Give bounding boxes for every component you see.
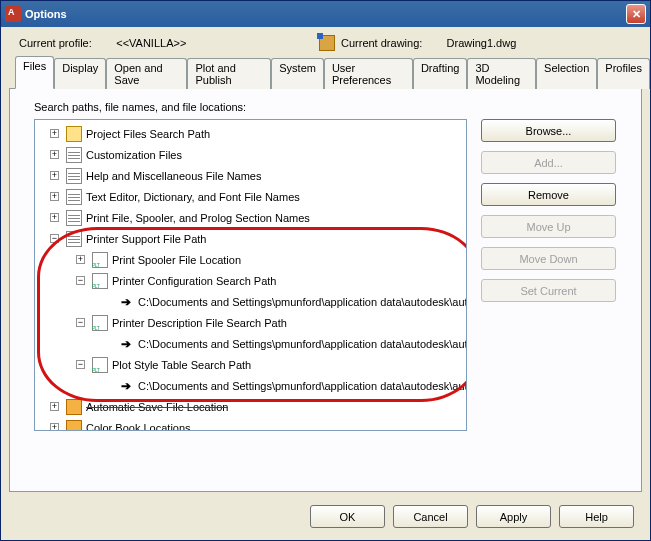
expander-plus-icon[interactable]: + (50, 402, 59, 411)
tree-node[interactable]: + Project Files Search Path (38, 123, 466, 144)
expander-plus-icon[interactable]: + (76, 255, 85, 264)
tree-node[interactable]: + Print File, Spooler, and Prolog Sectio… (38, 207, 466, 228)
tree-node[interactable]: + Color Book Locations (38, 417, 466, 430)
expander-minus-icon[interactable]: − (50, 234, 59, 243)
tab-user-prefs[interactable]: User Preferences (324, 58, 413, 89)
sheet-icon (66, 168, 82, 184)
window-title: Options (25, 8, 67, 20)
side-buttons: Browse... Add... Remove Move Up Move Dow… (481, 119, 616, 431)
tab-display[interactable]: Display (54, 58, 106, 89)
tab-profiles[interactable]: Profiles (597, 58, 650, 89)
tree-node[interactable]: ➔ C:\Documents and Settings\pmunford\app… (38, 291, 466, 312)
expander-minus-icon[interactable]: − (76, 276, 85, 285)
tree-node[interactable]: + Text Editor, Dictionary, and Font File… (38, 186, 466, 207)
tab-drafting[interactable]: Drafting (413, 58, 468, 89)
options-dialog: Options ✕ Current profile: <<VANILLA>> C… (0, 0, 651, 541)
titlebar: Options ✕ (1, 1, 650, 27)
expander-plus-icon[interactable]: + (50, 423, 59, 430)
sheet-icon (66, 231, 82, 247)
tree-node[interactable]: − Printer Configuration Search Path (38, 270, 466, 291)
tree-node[interactable]: + Customization Files (38, 144, 466, 165)
tree-node[interactable]: + Automatic Save File Location (38, 396, 466, 417)
expander-plus-icon[interactable]: + (50, 150, 59, 159)
tree-node[interactable]: ➔ C:\Documents and Settings\pmunford\app… (38, 333, 466, 354)
expander-minus-icon[interactable]: − (76, 360, 85, 369)
cancel-button[interactable]: Cancel (393, 505, 468, 528)
arrow-right-icon: ➔ (118, 378, 134, 394)
remove-button[interactable]: Remove (481, 183, 616, 206)
ok-button[interactable]: OK (310, 505, 385, 528)
profile-label: Current profile: (19, 37, 92, 49)
folder-icon (66, 420, 82, 431)
move-down-button[interactable]: Move Down (481, 247, 616, 270)
move-up-button[interactable]: Move Up (481, 215, 616, 238)
expander-plus-icon[interactable]: + (50, 129, 59, 138)
tab-selection[interactable]: Selection (536, 58, 597, 89)
expander-plus-icon[interactable]: + (50, 192, 59, 201)
header-row: Current profile: <<VANILLA>> Current dra… (1, 27, 650, 55)
plt-icon (92, 273, 108, 289)
help-button[interactable]: Help (559, 505, 634, 528)
drawing-icon (319, 35, 335, 51)
tree-node[interactable]: + Help and Miscellaneous File Names (38, 165, 466, 186)
close-button[interactable]: ✕ (626, 4, 646, 24)
files-panel: Search paths, file names, and file locat… (9, 88, 642, 492)
plt-icon (92, 357, 108, 373)
tab-system[interactable]: System (271, 58, 324, 89)
arrow-right-icon: ➔ (118, 294, 134, 310)
plt-icon (92, 315, 108, 331)
sheet-icon (66, 189, 82, 205)
drawing-value: Drawing1.dwg (447, 37, 517, 49)
tab-open-save[interactable]: Open and Save (106, 58, 187, 89)
tree-node[interactable]: − Plot Style Table Search Path (38, 354, 466, 375)
expander-plus-icon[interactable]: + (50, 171, 59, 180)
add-button[interactable]: Add... (481, 151, 616, 174)
sheet-icon (66, 210, 82, 226)
tab-strip: Files Display Open and Save Plot and Pub… (1, 56, 650, 89)
tree-node[interactable]: + Print Spooler File Location (38, 249, 466, 270)
panel-label: Search paths, file names, and file locat… (34, 101, 631, 113)
tab-files[interactable]: Files (15, 56, 54, 89)
set-current-button[interactable]: Set Current (481, 279, 616, 302)
tree-node[interactable]: ➔ C:\Documents and Settings\pmunford\app… (38, 375, 466, 396)
expander-plus-icon[interactable]: + (50, 213, 59, 222)
tab-plot-publish[interactable]: Plot and Publish (187, 58, 271, 89)
expander-minus-icon[interactable]: − (76, 318, 85, 327)
tab-3d-modeling[interactable]: 3D Modeling (467, 58, 536, 89)
drawing-label: Current drawing: (341, 37, 422, 49)
plt-icon (92, 252, 108, 268)
arrow-right-icon: ➔ (118, 336, 134, 352)
folder-icon (66, 126, 82, 142)
dialog-buttons: OK Cancel Apply Help (310, 505, 634, 528)
path-tree[interactable]: + Project Files Search Path + Customizat… (34, 119, 467, 431)
browse-button[interactable]: Browse... (481, 119, 616, 142)
sheet-icon (66, 147, 82, 163)
app-icon (5, 6, 21, 22)
tree-node[interactable]: − Printer Description File Search Path (38, 312, 466, 333)
folder-icon (66, 399, 82, 415)
apply-button[interactable]: Apply (476, 505, 551, 528)
tree-node[interactable]: − Printer Support File Path (38, 228, 466, 249)
profile-value: <<VANILLA>> (116, 37, 186, 49)
